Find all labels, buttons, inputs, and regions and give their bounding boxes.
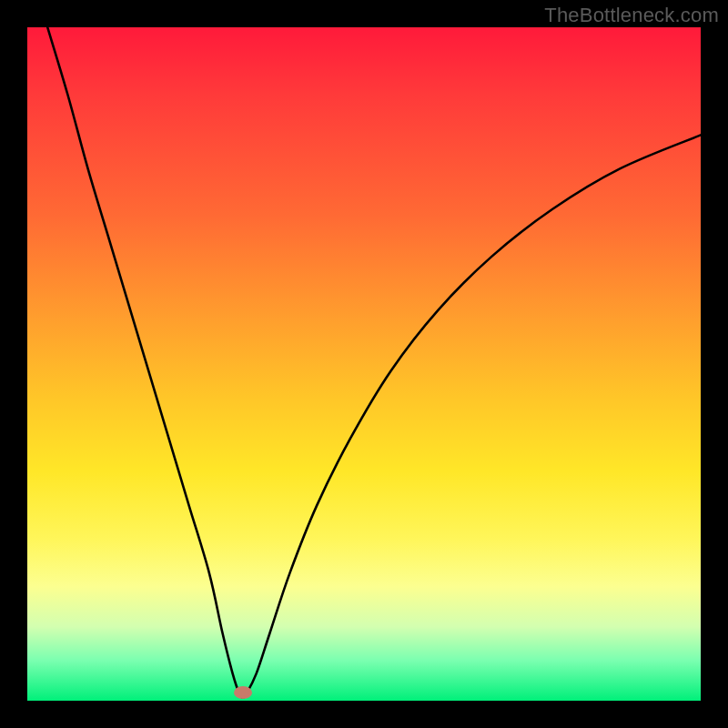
watermark-text: TheBottleneck.com (544, 4, 719, 27)
chart-frame: TheBottleneck.com (0, 0, 728, 728)
plot-area (27, 27, 701, 701)
minimum-marker (234, 686, 252, 699)
bottleneck-curve (27, 27, 701, 701)
